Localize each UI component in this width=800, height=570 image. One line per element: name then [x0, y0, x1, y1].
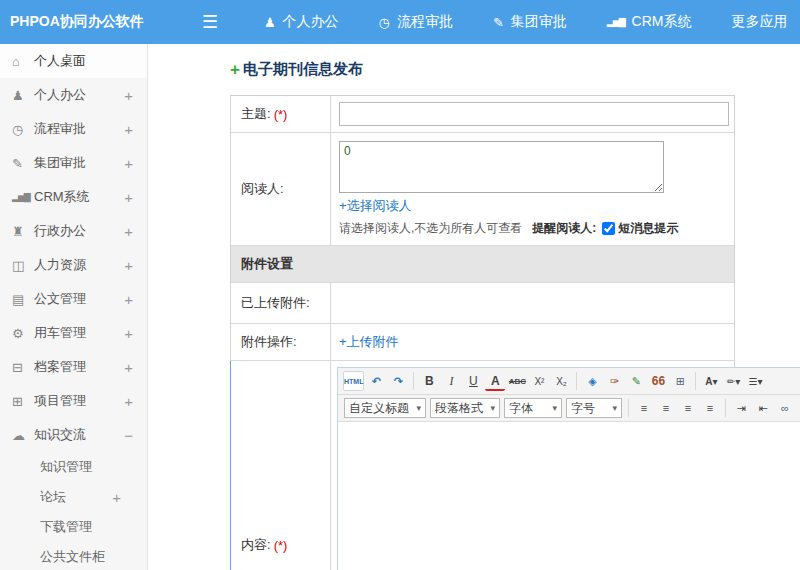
publish-form: 主题: (*) 阅读人: 0 +选择阅读人 请选择阅读: [230, 95, 735, 570]
nav-label: 流程审批: [397, 13, 453, 31]
sidebar-subitem-public-file-cabinet[interactable]: 公共文件柜: [0, 542, 147, 570]
bar-chart-icon: ▂▅▇: [607, 18, 625, 27]
subscript-button[interactable]: X₂: [551, 371, 571, 391]
strikethrough-button[interactable]: ABC: [507, 371, 527, 391]
nav-more-apps[interactable]: 更多应用 ▾: [732, 13, 800, 31]
font-size-select[interactable]: 字号 ▾: [566, 398, 622, 418]
link-button[interactable]: ∞: [775, 398, 795, 418]
archive-icon: ⊟: [12, 361, 34, 374]
table-button[interactable]: ⊞: [670, 371, 690, 391]
required-mark: (*): [274, 538, 288, 553]
nav-personal-office[interactable]: ♟ 个人办公: [264, 13, 339, 31]
sidebar-subitem-forum[interactable]: 论坛 +: [0, 482, 147, 512]
expand-toggle[interactable]: +: [124, 325, 133, 342]
expand-toggle[interactable]: +: [124, 155, 133, 172]
sidebar-subitem-download-mgmt[interactable]: 下载管理: [0, 512, 147, 542]
hamburger-menu-icon[interactable]: ☰: [202, 13, 218, 31]
sidebar-item-vehicle-mgmt[interactable]: ⚙ 用车管理 +: [0, 316, 147, 350]
nav-workflow-approval[interactable]: ◷ 流程审批: [379, 13, 453, 31]
sidebar-item-workflow-approval[interactable]: ◷ 流程审批 +: [0, 112, 147, 146]
content-label: 内容:: [241, 536, 271, 554]
custom-title-select[interactable]: 自定义标题 ▾: [344, 398, 426, 418]
uploaded-attachments-value: [331, 283, 734, 323]
expand-toggle[interactable]: +: [124, 87, 133, 104]
sidebar-item-archive-mgmt[interactable]: ⊟ 档案管理 +: [0, 350, 147, 384]
expand-toggle[interactable]: +: [124, 121, 133, 138]
document-icon: ▤: [12, 293, 34, 306]
columns-icon: ◫: [12, 259, 34, 272]
paragraph-format-select[interactable]: 段落格式 ▾: [430, 398, 500, 418]
outdent-button[interactable]: ⇤: [753, 398, 773, 418]
indent-button[interactable]: ⇥: [731, 398, 751, 418]
align-center-button[interactable]: ≡: [656, 398, 676, 418]
collapse-toggle[interactable]: −: [124, 427, 133, 444]
sidebar-subitem-knowledge-mgmt[interactable]: 知识管理: [0, 452, 147, 482]
sidebar-item-crm[interactable]: ▂▅▇ CRM系统 +: [0, 180, 147, 214]
nav-crm-system[interactable]: ▂▅▇ CRM系统: [607, 13, 692, 31]
expand-toggle[interactable]: +: [124, 189, 133, 206]
expand-toggle[interactable]: +: [124, 257, 133, 274]
italic-button[interactable]: I: [441, 371, 461, 391]
expand-toggle[interactable]: +: [124, 393, 133, 410]
toolbar-separator: [413, 372, 414, 390]
remove-format-button[interactable]: ◈: [582, 371, 602, 391]
font-color-button[interactable]: A: [485, 373, 505, 391]
uploaded-attachments-label: 已上传附件:: [241, 294, 310, 312]
sidebar-item-personal-desktop[interactable]: ⌂ 个人桌面: [0, 44, 147, 78]
sidebar-item-group-approval[interactable]: ✎ 集团审批 +: [0, 146, 147, 180]
font-family-select[interactable]: 字体 ▾: [504, 398, 562, 418]
align-justify-button[interactable]: ≡: [700, 398, 720, 418]
editor-toolbar-row1: HTML ↶ ↷ B I U A ABC X² X₂ ◈: [338, 368, 800, 395]
sidebar-item-hr[interactable]: ◫ 人力资源 +: [0, 248, 147, 282]
sidebar-item-knowledge-exchange[interactable]: ☁ 知识交流 −: [0, 418, 147, 452]
person-icon: ♟: [12, 89, 34, 102]
select-readers-link[interactable]: +选择阅读人: [339, 198, 412, 213]
topbar-nav: ♟ 个人办公 ◷ 流程审批 ✎ 集团审批 ▂▅▇ CRM系统 更多应用 ▾: [264, 13, 800, 31]
blockquote-button[interactable]: 66: [648, 371, 668, 391]
expand-toggle[interactable]: +: [124, 359, 133, 376]
undo-button[interactable]: ↶: [366, 371, 386, 391]
expand-toggle[interactable]: +: [124, 223, 133, 240]
sms-notify-checkbox[interactable]: [602, 222, 615, 235]
redo-button[interactable]: ↷: [388, 371, 408, 391]
attachment-ops-label: 附件操作:: [241, 333, 297, 351]
person-icon: ♟: [264, 16, 276, 29]
superscript-button[interactable]: X²: [529, 371, 549, 391]
expand-toggle[interactable]: +: [112, 489, 121, 506]
readers-textarea[interactable]: 0: [339, 141, 664, 193]
caret-down-icon: ▾: [490, 403, 495, 413]
bold-button[interactable]: B: [419, 371, 439, 391]
nav-label: 个人办公: [283, 13, 339, 31]
required-mark: (*): [274, 107, 288, 122]
toolbar-separator: [725, 399, 726, 417]
bg-color-dropdown[interactable]: ✏▾: [723, 371, 743, 391]
nav-group-approval[interactable]: ✎ 集团审批: [493, 13, 567, 31]
align-right-button[interactable]: ≡: [678, 398, 698, 418]
bar-chart-icon: ▂▅▇: [12, 193, 34, 202]
sidebar-item-personal-office[interactable]: ♟ 个人办公 +: [0, 78, 147, 112]
align-left-button[interactable]: ≡: [634, 398, 654, 418]
desktop-icon: ⌂: [12, 55, 34, 68]
upload-attachment-link[interactable]: +上传附件: [339, 333, 726, 351]
uploaded-attachments-row: 已上传附件:: [231, 283, 734, 324]
attachment-section-header: 附件设置: [231, 246, 734, 283]
edit-icon: ✎: [12, 157, 34, 170]
sidebar-item-admin-office[interactable]: ♜ 行政办公 +: [0, 214, 147, 248]
highlighter-button[interactable]: ✎: [626, 371, 646, 391]
sms-notify-label: 短消息提示: [618, 220, 678, 237]
caret-down-icon: ▾: [552, 403, 557, 413]
attachment-ops-row: 附件操作: +上传附件: [231, 324, 734, 361]
list-dropdown[interactable]: ☰▾: [745, 371, 765, 391]
html-source-button[interactable]: HTML: [343, 371, 364, 391]
underline-button[interactable]: U: [463, 371, 483, 391]
toolbar-separator: [576, 372, 577, 390]
editor-content-area[interactable]: [338, 422, 800, 570]
sidebar-item-document-mgmt[interactable]: ▤ 公文管理 +: [0, 282, 147, 316]
readers-row: 阅读人: 0 +选择阅读人 请选择阅读人,不选为所有人可查看 提醒阅读人: 短消…: [231, 133, 734, 246]
sidebar-item-project-mgmt[interactable]: ⊞ 项目管理 +: [0, 384, 147, 418]
format-painter-button[interactable]: ✑: [604, 371, 624, 391]
remind-readers-label: 提醒阅读人:: [532, 220, 596, 237]
expand-toggle[interactable]: +: [124, 291, 133, 308]
text-color-dropdown[interactable]: A▾: [701, 371, 721, 391]
subject-input[interactable]: [339, 102, 729, 126]
